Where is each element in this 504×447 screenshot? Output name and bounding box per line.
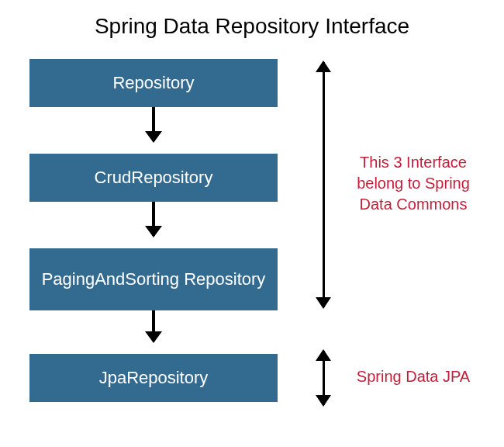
arrow-paging-to-jpa — [152, 310, 155, 341]
diagram-canvas: Repository CrudRepository PagingAndSorti… — [0, 48, 504, 436]
box-paging-sorting-repository: PagingAndSorting Repository — [29, 248, 278, 310]
diagram-title: Spring Data Repository Interface — [0, 0, 504, 48]
range-arrow-commons — [323, 62, 325, 307]
annotation-jpa: Spring Data JPA — [347, 366, 479, 387]
range-arrow-jpa — [323, 351, 325, 405]
box-repository: Repository — [29, 59, 278, 107]
arrow-repository-to-crud — [152, 107, 155, 141]
arrow-crud-to-paging — [152, 202, 155, 236]
annotation-commons: This 3 Interface belong to Spring Data C… — [347, 152, 479, 215]
box-jpa-repository: JpaRepository — [29, 354, 278, 402]
box-crud-repository: CrudRepository — [29, 154, 278, 202]
